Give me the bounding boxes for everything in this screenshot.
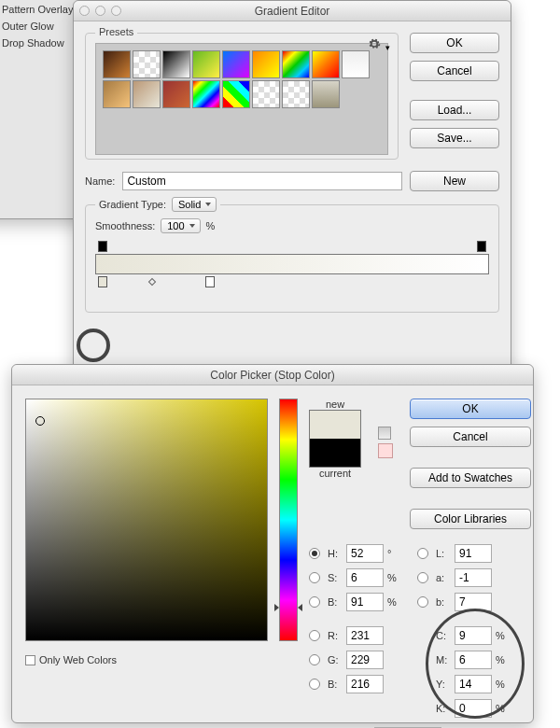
gear-icon[interactable]: ▾ xyxy=(368,37,390,52)
radio-b[interactable] xyxy=(417,596,428,608)
input-S[interactable] xyxy=(346,568,384,587)
input-b[interactable] xyxy=(455,593,492,611)
preset-swatch[interactable] xyxy=(252,80,280,108)
color-stop-right[interactable] xyxy=(205,276,215,287)
hue-slider[interactable] xyxy=(279,399,298,641)
color-picker-window: Color Picker (Stop Color) Only Web Color… xyxy=(11,364,534,723)
gradient-bar[interactable] xyxy=(95,254,489,274)
smoothness-label: Smoothness: xyxy=(95,220,155,231)
radio-G[interactable] xyxy=(309,654,320,665)
window-title: Gradient Editor xyxy=(74,5,511,18)
label-L: L: xyxy=(436,548,451,559)
preset-swatch[interactable] xyxy=(312,50,340,78)
layer-style-label: Drop Shadow xyxy=(2,37,64,49)
input-C[interactable] xyxy=(455,626,492,645)
label-S: S: xyxy=(328,572,343,583)
window-title: Color Picker (Stop Color) xyxy=(12,369,533,382)
preset-swatch[interactable] xyxy=(222,80,250,108)
preset-swatch[interactable] xyxy=(162,80,190,108)
label-G: G: xyxy=(328,654,343,665)
radio-S[interactable] xyxy=(309,572,320,583)
radio-Bhsb[interactable] xyxy=(309,596,320,608)
preset-swatch[interactable] xyxy=(192,50,220,78)
cancel-button[interactable]: Cancel xyxy=(410,427,531,447)
radio-H[interactable] xyxy=(309,548,320,559)
preset-swatch[interactable] xyxy=(282,80,310,108)
opacity-stop-right[interactable] xyxy=(477,241,486,252)
current-color-label: current xyxy=(309,468,361,479)
label-a: a: xyxy=(436,572,451,583)
only-web-checkbox[interactable] xyxy=(25,655,35,665)
unit-M: % xyxy=(496,654,507,665)
gradient-type-label: Gradient Type: xyxy=(99,199,166,210)
input-M[interactable] xyxy=(455,651,492,669)
smoothness-select[interactable]: 100 xyxy=(161,218,200,233)
radio-L[interactable] xyxy=(417,548,428,559)
color-stop-left[interactable] xyxy=(98,276,107,287)
radio-R[interactable] xyxy=(309,630,320,641)
minimize-icon[interactable] xyxy=(95,6,105,16)
close-icon[interactable] xyxy=(79,6,90,16)
hue-slider-thumb[interactable] xyxy=(274,604,279,611)
gamut-warning-icon[interactable] xyxy=(378,427,391,440)
add-swatches-button[interactable]: Add to Swatches xyxy=(410,468,531,488)
hue-slider-thumb[interactable] xyxy=(298,604,302,611)
input-H[interactable] xyxy=(346,544,384,563)
label-M: M: xyxy=(436,654,451,665)
name-label: Name: xyxy=(85,175,115,187)
unit-H: ° xyxy=(387,548,399,559)
label-Brgb: B: xyxy=(328,679,343,690)
web-safe-swatch[interactable] xyxy=(378,443,393,458)
input-R[interactable] xyxy=(346,626,384,645)
label-H: H: xyxy=(328,548,343,559)
radio-Brgb[interactable] xyxy=(309,679,320,690)
label-Y: Y: xyxy=(436,679,451,690)
name-input[interactable] xyxy=(122,172,402,190)
label-R: R: xyxy=(328,630,343,641)
preset-swatch[interactable] xyxy=(312,80,340,108)
new-button[interactable]: New xyxy=(410,171,499,191)
cancel-button[interactable]: Cancel xyxy=(410,61,499,81)
midpoint-marker[interactable] xyxy=(148,278,156,286)
gradient-type-select[interactable]: Solid xyxy=(172,197,217,212)
load-button[interactable]: Load... xyxy=(410,100,499,120)
zoom-icon[interactable] xyxy=(111,6,121,16)
current-color-swatch[interactable] xyxy=(310,439,360,467)
unit-K: % xyxy=(496,703,507,714)
color-libraries-button[interactable]: Color Libraries xyxy=(410,509,531,529)
new-color-label: new xyxy=(309,399,361,410)
preset-swatch[interactable] xyxy=(103,50,131,78)
preset-swatch[interactable] xyxy=(133,50,161,78)
input-Brgb[interactable] xyxy=(346,675,384,693)
layer-style-label: Outer Glow xyxy=(2,21,54,32)
titlebar[interactable]: Color Picker (Stop Color) xyxy=(12,365,533,385)
preset-swatch[interactable] xyxy=(133,80,161,108)
unit-Bhsb: % xyxy=(387,596,399,608)
input-Bhsb[interactable] xyxy=(346,593,384,611)
preset-area[interactable] xyxy=(95,43,388,155)
ok-button[interactable]: OK xyxy=(410,399,531,419)
opacity-stop-left[interactable] xyxy=(98,241,107,252)
ok-button[interactable]: OK xyxy=(410,33,499,53)
preset-swatch[interactable] xyxy=(103,80,131,108)
preset-swatch[interactable] xyxy=(342,50,370,78)
gradient-editor-window: Gradient Editor Presets ▾ OK Cancel Load… xyxy=(73,0,511,392)
input-G[interactable] xyxy=(346,651,384,669)
label-Bhsb: B: xyxy=(328,596,343,608)
preset-swatch[interactable] xyxy=(192,80,220,108)
input-K[interactable] xyxy=(455,699,492,718)
presets-group: Presets ▾ xyxy=(85,33,399,160)
input-Y[interactable] xyxy=(455,675,492,693)
radio-a[interactable] xyxy=(417,572,428,583)
input-L[interactable] xyxy=(455,544,492,563)
save-button[interactable]: Save... xyxy=(410,128,499,148)
preset-swatch[interactable] xyxy=(282,50,310,78)
percent-label: % xyxy=(206,220,216,231)
color-field-marker[interactable] xyxy=(35,416,45,426)
preset-swatch[interactable] xyxy=(222,50,250,78)
preset-swatch[interactable] xyxy=(162,50,190,78)
input-a[interactable] xyxy=(455,568,492,587)
preset-swatch[interactable] xyxy=(252,50,280,78)
color-field[interactable] xyxy=(25,399,268,641)
titlebar[interactable]: Gradient Editor xyxy=(74,1,511,21)
